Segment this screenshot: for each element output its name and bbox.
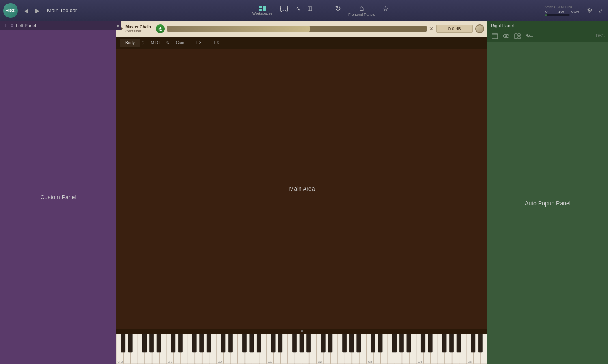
left-panel-add-button[interactable]: + — [3, 22, 8, 29]
center-panel: ▶ + Master Chain Container ⏻ ✕ 0.0 dB Bo… — [116, 21, 487, 364]
interface-icon — [492, 33, 498, 39]
chain-fader-track[interactable] — [167, 26, 427, 32]
preview-button[interactable] — [502, 33, 510, 39]
right-panel-header: Right Panel — [487, 21, 608, 30]
svg-rect-89 — [492, 34, 498, 39]
toolbar-title: Main Toolbar — [47, 7, 88, 13]
chain-power-button[interactable]: ⏻ — [156, 24, 165, 33]
layout-button[interactable] — [513, 32, 522, 40]
svg-rect-68 — [278, 334, 282, 352]
workspaces-button[interactable]: Workspaces — [252, 6, 272, 15]
key-label-c0: C0 — [218, 360, 222, 363]
svg-rect-57 — [171, 334, 175, 352]
tab-fx-1[interactable]: FX — [191, 39, 207, 47]
svg-rect-79 — [392, 334, 397, 352]
svg-rect-81 — [407, 334, 411, 352]
expand-button[interactable]: ⤢ — [597, 6, 605, 15]
circle-arrow-icon: ↻ — [335, 4, 341, 13]
svg-rect-60 — [200, 334, 204, 352]
chain-fader-fill — [167, 26, 310, 32]
nav-back-button[interactable]: ◀ — [21, 6, 31, 15]
toolbar-icons-group: Workspaces {‥} ∿ ✕⃥ ↻ ⌂ Frontend Panels — [96, 4, 545, 17]
main-toolbar: HISE ◀ ▶ Main Toolbar Workspaces {‥} ∿ — [0, 0, 608, 21]
refresh-button[interactable]: ↻ — [335, 4, 341, 17]
piano-svg: /* SVG piano generated below */ — [116, 334, 487, 364]
tab-fx-2[interactable]: FX — [208, 39, 225, 47]
left-panel-list-icon: ≡ — [11, 23, 13, 28]
performance-section: Voices BPM CPU 0 100 0.5% ⚙ ⤢ — [545, 5, 605, 16]
scripting-button[interactable]: ✕⃥ — [308, 5, 312, 16]
chain-gain-knob[interactable] — [475, 24, 484, 33]
key-label-c3: C3 — [368, 360, 372, 363]
right-panel-title: Right Panel — [491, 23, 514, 28]
key-label-c1p: C1 — [267, 360, 272, 363]
left-panel-body: Custom Panel — [0, 30, 116, 364]
eraser-icon: ✕⃥ — [308, 5, 312, 12]
svg-rect-87 — [471, 334, 475, 352]
piano-keyboard[interactable]: /* SVG piano generated below */ — [116, 334, 487, 364]
left-panel-title: Left Panel — [16, 23, 36, 28]
interface-editor-button[interactable] — [491, 32, 499, 40]
perf-display: Voices BPM CPU 0 100 0.5% — [545, 5, 583, 16]
svg-rect-83 — [428, 334, 432, 352]
hise-logo: HISE — [3, 3, 18, 18]
braces-icon: {‥} — [280, 4, 289, 12]
svg-rect-63 — [228, 334, 232, 352]
svg-rect-77 — [371, 334, 375, 352]
voices-row: Voices BPM CPU — [545, 5, 583, 9]
perf-values-row: 0 100 0.5% — [545, 10, 583, 13]
chain-name: Master Chain — [125, 25, 151, 29]
svg-rect-52 — [121, 334, 125, 352]
bookmarks-button[interactable]: ☆ — [382, 4, 389, 17]
svg-rect-67 — [271, 334, 275, 352]
left-collapse-button[interactable]: ▶ — [116, 21, 121, 30]
svg-rect-55 — [149, 334, 153, 352]
debug-label[interactable]: DBG — [596, 34, 605, 38]
svg-rect-84 — [442, 334, 446, 352]
svg-rect-59 — [192, 334, 196, 352]
key-label-c5: C5 — [468, 360, 472, 363]
svg-rect-71 — [307, 334, 311, 352]
svg-point-92 — [505, 35, 507, 37]
signal-button[interactable] — [525, 33, 534, 39]
chain-delete-button[interactable]: ✕ — [429, 26, 434, 32]
velocity-icon: ⇅ — [166, 41, 169, 45]
nav-forward-button[interactable]: ▶ — [32, 6, 42, 15]
chain-info: Master Chain Container — [125, 25, 151, 33]
frontend-panels-button[interactable]: ⌂ Frontend Panels — [348, 4, 375, 17]
svg-rect-62 — [221, 334, 225, 352]
svg-rect-94 — [518, 34, 520, 36]
svg-rect-66 — [257, 334, 261, 352]
sampler-button[interactable]: ∿ — [296, 5, 301, 16]
svg-rect-53 — [128, 334, 132, 352]
svg-rect-61 — [207, 334, 211, 352]
svg-rect-75 — [349, 334, 354, 352]
svg-rect-65 — [250, 334, 254, 352]
key-label-c1: C-1 — [168, 360, 173, 363]
svg-rect-74 — [343, 334, 347, 352]
code-editor-button[interactable]: {‥} — [280, 4, 289, 16]
svg-rect-56 — [157, 334, 161, 352]
tab-body[interactable]: Body — [120, 39, 140, 47]
key-label-c4: C4 — [418, 360, 422, 363]
settings-button[interactable]: ⚙ — [585, 5, 594, 16]
layout-icon — [514, 33, 521, 39]
signal-icon — [526, 34, 533, 39]
chain-db-display: 0.0 dB — [436, 25, 473, 33]
tab-midi[interactable]: MIDI — [145, 39, 165, 47]
svg-rect-93 — [515, 34, 517, 39]
scroll-down-button[interactable]: ▼ — [300, 329, 304, 334]
star-icon: ☆ — [382, 4, 389, 13]
auto-popup-label: Auto Popup Panel — [525, 200, 571, 207]
custom-panel-label: Custom Panel — [41, 194, 76, 200]
left-panel-header: + ≡ Left Panel — [0, 21, 116, 30]
wave-icon: ∿ — [296, 5, 301, 12]
svg-rect-54 — [142, 334, 147, 352]
main-content: + ≡ Left Panel Custom Panel ▶ + Master C… — [0, 21, 608, 364]
grid-icon — [259, 6, 266, 11]
tab-gain[interactable]: Gain — [170, 39, 190, 47]
cpu-bar — [545, 14, 570, 16]
svg-rect-64 — [242, 334, 246, 352]
toolbar-nav: ◀ ▶ — [21, 6, 42, 15]
svg-rect-95 — [518, 37, 520, 39]
